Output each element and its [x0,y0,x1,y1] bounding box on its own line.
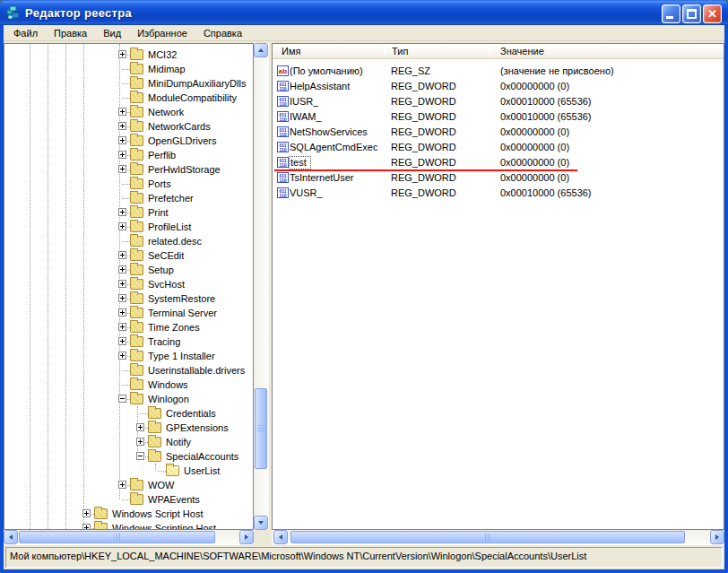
tree-item[interactable]: Windows Script Host [4,507,253,521]
list-horizontal-scrollbar[interactable] [272,530,724,545]
tree-item-label: MCI32 [148,49,177,60]
registry-value-row[interactable]: VUSR_ REG_DWORD 0x00010000 (65536) [273,186,724,201]
menu-view[interactable]: Вид [95,26,129,40]
scroll-right-button[interactable] [710,530,724,544]
tree-item[interactable]: ModuleCompatibility [4,91,253,105]
expand-toggle[interactable] [118,337,126,345]
expand-toggle[interactable] [118,395,126,403]
column-separator[interactable] [385,45,386,57]
tree-item[interactable]: Setup [4,263,253,277]
expand-toggle[interactable] [136,452,144,460]
registry-value-row[interactable]: SQLAgentCmdExec REG_DWORD 0x00000000 (0) [273,140,724,155]
tree-item[interactable]: Notify [4,435,253,449]
tree-item[interactable]: Time Zones [4,320,253,334]
tree-item[interactable]: Type 1 Installer [4,349,253,363]
tree-item[interactable]: Perflib [4,148,253,162]
column-header-type[interactable]: Тип [392,46,408,56]
tree-item[interactable]: WPAEvents [4,492,253,507]
tree-item[interactable]: Print [4,205,253,220]
maximize-button[interactable] [682,4,701,23]
scroll-down-button[interactable] [254,516,268,530]
tree-horizontal-scrollbar[interactable] [4,530,254,545]
minimize-button[interactable] [662,4,680,23]
menu-file[interactable]: Файл [5,26,46,40]
tree-item[interactable]: NetworkCards [4,119,253,134]
tree-item[interactable]: GPExtensions [4,421,253,435]
scroll-left-button[interactable] [4,530,18,544]
scroll-right-button[interactable] [239,530,254,544]
tree-item[interactable]: ProfileList [4,220,253,234]
tree-item[interactable]: Tracing [4,334,253,349]
expand-toggle[interactable] [118,50,126,58]
registry-editor-window: Редактор реестра ✕ Файл Правка Вид Избра… [0,0,728,573]
expand-toggle[interactable] [82,524,91,530]
value-type: REG_DWORD [391,142,456,152]
tree-item-label: PerHwIdStorage [148,164,221,175]
tree-item[interactable]: Credentials [4,406,253,421]
expand-toggle[interactable] [118,136,126,144]
tree-item[interactable]: WOW [4,478,253,492]
column-separator[interactable] [490,45,490,57]
tree-item[interactable]: Windows Scripting Host [4,521,253,530]
expand-toggle[interactable] [118,122,126,130]
tree-item[interactable]: MCI32 [4,48,253,62]
expand-toggle[interactable] [118,265,126,273]
expand-toggle[interactable] [118,280,126,288]
tree-item[interactable]: UserList [4,464,253,478]
expand-toggle[interactable] [118,352,126,360]
expand-toggle[interactable] [118,108,126,116]
expand-toggle[interactable] [136,438,144,446]
registry-value-row[interactable]: IUSR_ REG_DWORD 0x00010000 (65536) [273,94,724,109]
value-data: 0x00010000 (65536) [500,187,592,198]
registry-value-row[interactable]: TsInternetUser REG_DWORD 0x00000000 (0) [273,170,724,186]
tree-hscroll-thumb[interactable] [19,531,215,543]
registry-value-row[interactable]: IWAM_ REG_DWORD 0x00010000 (65536) [273,109,724,125]
expand-toggle[interactable] [118,294,126,302]
tree-item[interactable]: Winlogon [4,392,253,406]
tree-item[interactable]: Midimap [4,62,253,76]
expand-toggle[interactable] [82,509,91,517]
registry-value-row[interactable]: NetShowServices REG_DWORD 0x00000000 (0) [273,125,724,140]
tree-item-label: SystemRestore [148,293,215,304]
menu-edit[interactable]: Правка [46,26,95,40]
tree-item[interactable]: Windows [4,378,253,392]
tree-item[interactable]: Prefetcher [4,191,253,205]
tree-item[interactable]: SpecialAccounts [4,449,253,464]
folder-icon [148,451,161,462]
tree-item[interactable]: Userinstallable.drivers [4,363,253,378]
expand-toggle[interactable] [118,151,126,159]
registry-value-row[interactable]: test REG_DWORD 0x00000000 (0) [273,155,724,170]
expand-toggle[interactable] [136,423,144,431]
list-hscroll-thumb[interactable] [290,531,685,543]
tree-item[interactable]: SvcHost [4,277,253,291]
tree-vertical-scrollbar[interactable] [254,43,269,530]
tree-item[interactable]: PerHwIdStorage [4,162,253,177]
expand-toggle[interactable] [118,222,126,230]
menu-favorites[interactable]: Избранное [129,26,195,40]
tree-item[interactable]: SystemRestore [4,291,253,306]
maximize-icon [687,9,697,19]
tree-vscroll-thumb[interactable] [255,388,267,469]
scroll-up-button[interactable] [254,43,268,57]
tree-item[interactable]: Terminal Server [4,306,253,320]
close-button[interactable]: ✕ [703,4,722,23]
tree-item[interactable]: MiniDumpAuxiliaryDlls [4,76,253,91]
tree-item[interactable]: Ports [4,177,253,191]
expand-toggle[interactable] [118,481,126,489]
tree-item[interactable]: Network [4,105,253,119]
expand-toggle[interactable] [118,208,126,216]
tree-item[interactable]: OpenGLDrivers [4,134,253,148]
expand-toggle[interactable] [118,308,126,317]
tree-item[interactable]: SeCEdit [4,248,253,263]
expand-toggle[interactable] [118,251,126,259]
registry-value-row[interactable]: (По умолчанию) REG_SZ (значение не присв… [273,64,724,79]
column-header-value[interactable]: Значение [500,46,544,56]
registry-value-row[interactable]: HelpAssistant REG_DWORD 0x00000000 (0) [273,79,724,94]
tree-item[interactable]: related.desc [4,234,253,248]
value-data: 0x00000000 (0) [500,81,569,91]
column-header-name[interactable]: Имя [282,46,300,56]
expand-toggle[interactable] [118,165,126,173]
expand-toggle[interactable] [118,323,126,331]
scroll-left-button[interactable] [273,530,288,544]
menu-help[interactable]: Справка [195,26,250,40]
